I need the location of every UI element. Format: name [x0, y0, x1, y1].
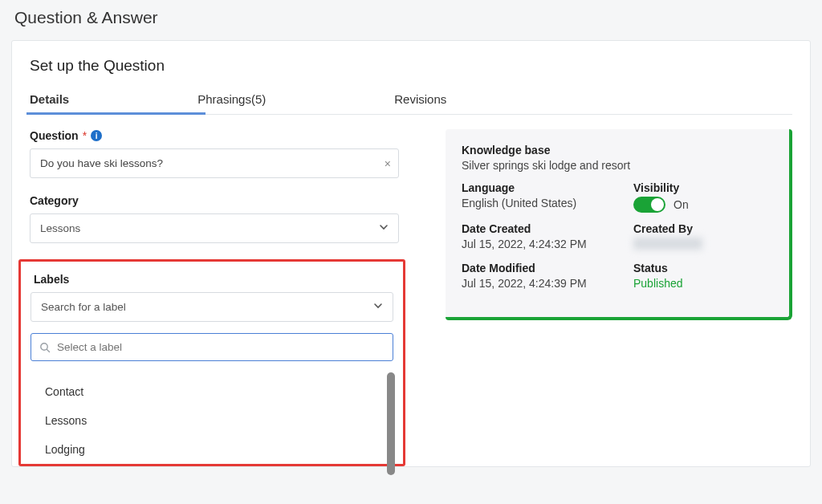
- page-title: Question & Answer: [14, 8, 811, 27]
- label-option-contact[interactable]: Contact: [31, 377, 393, 406]
- kb-label: Knowledge base: [462, 144, 773, 156]
- language-value: English (United States): [462, 197, 601, 209]
- info-icon[interactable]: i: [91, 130, 102, 141]
- date-created-value: Jul 15, 2022, 4:24:32 PM: [462, 238, 601, 250]
- info-panel: Knowledge base Silver springs ski lodge …: [446, 129, 792, 320]
- kb-value: Silver springs ski lodge and resort: [462, 159, 773, 172]
- labels-select-placeholder: Search for a label: [41, 301, 126, 313]
- tabs: Details Phrasings(5) Revisions: [30, 92, 792, 115]
- labels-section: Labels Search for a label: [18, 259, 405, 466]
- chevron-down-icon: [379, 222, 389, 234]
- tab-details[interactable]: Details: [30, 92, 69, 114]
- labels-label: Labels: [34, 273, 393, 286]
- status-label: Status: [633, 262, 773, 274]
- chevron-down-icon: [373, 301, 383, 313]
- scrollbar[interactable]: [387, 372, 395, 475]
- labels-search[interactable]: [31, 333, 393, 361]
- question-label-text: Question: [30, 129, 79, 142]
- tab-revisions[interactable]: Revisions: [394, 92, 446, 114]
- created-by-label: Created By: [633, 222, 773, 235]
- language-label: Language: [462, 181, 601, 194]
- required-mark: *: [83, 129, 87, 142]
- labels-options: Contact Lessons Lodging: [31, 377, 393, 464]
- question-input[interactable]: [30, 148, 399, 178]
- labels-select[interactable]: Search for a label: [31, 292, 393, 322]
- visibility-toggle[interactable]: [633, 197, 665, 213]
- card-title: Set up the Question: [30, 57, 792, 75]
- status-value: Published: [633, 277, 773, 290]
- label-option-lodging[interactable]: Lodging: [31, 435, 393, 464]
- created-by-value: [633, 238, 773, 252]
- labels-search-input[interactable]: [57, 341, 385, 353]
- question-card: Set up the Question Details Phrasings(5)…: [11, 40, 811, 467]
- date-created-label: Date Created: [462, 222, 601, 235]
- date-modified-label: Date Modified: [462, 262, 601, 274]
- svg-line-1: [47, 349, 49, 352]
- date-modified-value: Jul 15, 2022, 4:24:39 PM: [462, 277, 601, 290]
- clear-icon[interactable]: ×: [385, 157, 391, 170]
- tab-phrasings[interactable]: Phrasings(5): [197, 92, 266, 114]
- visibility-value: On: [673, 198, 689, 211]
- question-label: Question * i: [30, 129, 399, 142]
- category-label: Category: [30, 194, 399, 207]
- visibility-label: Visibility: [633, 181, 773, 194]
- category-selected: Lessons: [40, 222, 80, 234]
- category-select[interactable]: Lessons: [30, 213, 399, 243]
- search-icon: [39, 342, 51, 353]
- label-option-lessons[interactable]: Lessons: [31, 406, 393, 435]
